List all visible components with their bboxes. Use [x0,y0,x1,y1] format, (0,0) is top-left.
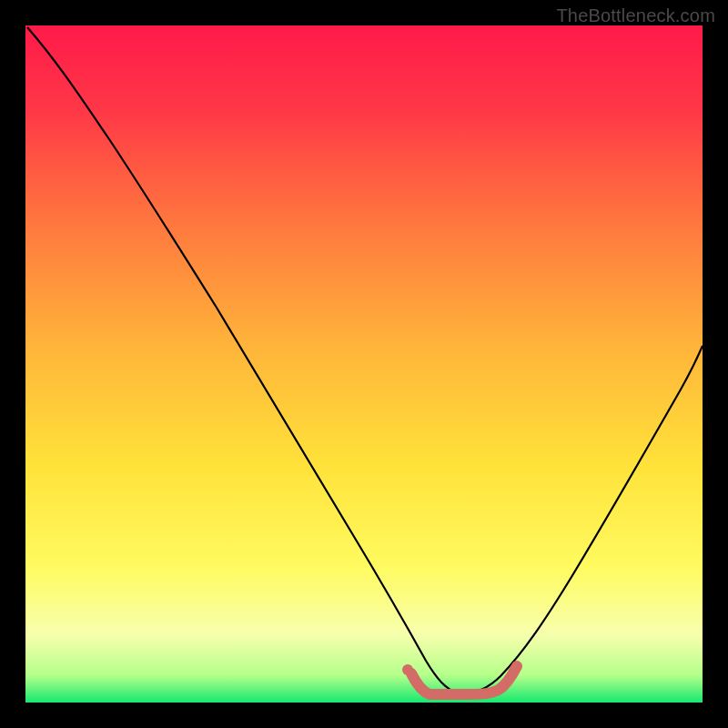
watermark-text: TheBottleneck.com [556,5,715,26]
svg-rect-0 [25,25,703,703]
plot-area [25,25,703,703]
gradient-background [25,25,703,703]
bottleneck-chart: TheBottleneck.com [0,0,728,728]
